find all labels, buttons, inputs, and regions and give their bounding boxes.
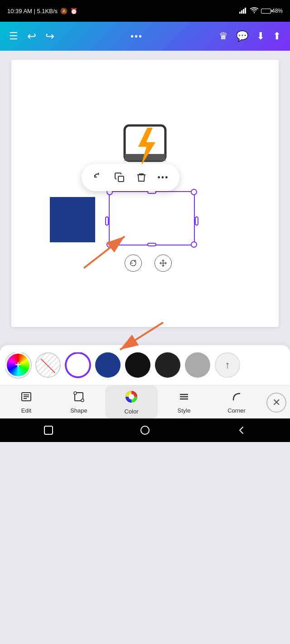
- handle-bl[interactable]: [106, 241, 113, 248]
- handle-right[interactable]: [195, 216, 198, 226]
- black-color-swatch-1[interactable]: [125, 352, 150, 378]
- svg-point-17: [81, 399, 84, 402]
- android-back-button[interactable]: [233, 422, 250, 438]
- tab-edit[interactable]: Edit: [0, 385, 53, 418]
- tab-edit-label: Edit: [21, 407, 31, 414]
- handle-tr[interactable]: [191, 189, 197, 195]
- white-color-swatch[interactable]: [65, 352, 91, 378]
- copy-button[interactable]: [110, 168, 130, 187]
- canvas-area: •••: [0, 51, 290, 327]
- shape-icon: [73, 391, 85, 405]
- add-color-button[interactable]: +: [5, 352, 31, 378]
- svg-rect-2: [243, 9, 244, 14]
- transform-icons: [125, 255, 172, 272]
- menu-icon[interactable]: ☰: [9, 30, 18, 42]
- rotate-copy-button[interactable]: [88, 168, 108, 187]
- android-square-button[interactable]: [40, 422, 57, 438]
- more-button[interactable]: •••: [153, 168, 173, 187]
- svg-point-25: [141, 426, 149, 434]
- status-right: 48%: [239, 7, 283, 15]
- share-icon[interactable]: ⬆: [273, 30, 281, 42]
- svg-rect-3: [245, 8, 246, 14]
- tab-color-label: Color: [124, 408, 138, 415]
- chat-icon[interactable]: 💬: [236, 30, 248, 42]
- tab-color[interactable]: Color: [105, 385, 158, 418]
- status-bar: 10:39 AM | 5.1KB/s 🔕 ⏰: [0, 0, 290, 22]
- svg-line-11: [120, 322, 163, 350]
- black-color-swatch-2[interactable]: [155, 352, 180, 378]
- svg-rect-1: [241, 10, 242, 14]
- handle-bottom[interactable]: [147, 243, 156, 246]
- plus-icon: +: [15, 359, 21, 371]
- status-left: 10:39 AM | 5.1KB/s 🔕 ⏰: [7, 8, 77, 14]
- battery-icon: 48%: [261, 8, 283, 14]
- header-left: ☰ ↩ ↪: [9, 30, 54, 43]
- delete-button[interactable]: [131, 168, 151, 187]
- close-circle[interactable]: ✕: [266, 393, 286, 413]
- tab-shape-label: Shape: [70, 407, 87, 414]
- floating-toolbar: •••: [82, 164, 179, 191]
- move-icon[interactable]: [155, 255, 172, 272]
- header-right: ♛ 💬 ⬇ ⬆: [219, 30, 281, 42]
- tab-shape[interactable]: Shape: [53, 385, 105, 418]
- tab-corner[interactable]: Corner: [210, 385, 263, 418]
- close-icon: ✕: [272, 397, 280, 409]
- rotate-icon[interactable]: [125, 255, 142, 272]
- mute-icon: 🔕: [60, 8, 68, 14]
- svg-rect-24: [44, 426, 53, 434]
- gray-color-swatch[interactable]: [185, 352, 210, 378]
- color-row: + ↑: [5, 352, 285, 380]
- arrow-annotation-bottom: [0, 318, 290, 354]
- more-options-icon[interactable]: •••: [130, 31, 143, 42]
- transparent-color-swatch[interactable]: [35, 352, 61, 378]
- bottom-nav: Edit Shape: [0, 385, 290, 418]
- tab-style[interactable]: Style: [158, 385, 210, 418]
- blue-square[interactable]: [50, 197, 95, 242]
- wifi-icon: [250, 7, 258, 15]
- tab-corner-label: Corner: [227, 407, 246, 414]
- handle-left[interactable]: [105, 216, 109, 226]
- scroll-right-button[interactable]: ↑: [215, 352, 240, 378]
- redo-icon[interactable]: ↪: [45, 30, 54, 43]
- selected-rectangle[interactable]: [109, 191, 195, 245]
- gap-area: [0, 327, 290, 345]
- edit-icon: [20, 391, 32, 405]
- download-icon[interactable]: ⬇: [256, 30, 265, 42]
- alarm-icon: ⏰: [70, 8, 77, 14]
- corner-icon: [231, 391, 242, 405]
- navy-color-swatch[interactable]: [95, 352, 121, 378]
- close-button[interactable]: ✕: [263, 385, 290, 418]
- svg-point-20: [129, 394, 134, 399]
- canvas-paper[interactable]: •••: [11, 60, 279, 327]
- style-icon: [178, 391, 190, 405]
- android-home-button[interactable]: [137, 422, 153, 438]
- tab-style-label: Style: [178, 407, 191, 414]
- status-time: 10:39 AM | 5.1KB/s: [7, 8, 58, 14]
- app-header: ☰ ↩ ↪ ••• ♛ 💬 ⬇ ⬆: [0, 22, 290, 51]
- svg-rect-0: [239, 12, 241, 14]
- svg-point-18: [74, 392, 77, 394]
- svg-rect-7: [118, 176, 124, 182]
- crown-icon[interactable]: ♛: [219, 30, 228, 42]
- handle-br[interactable]: [191, 241, 197, 248]
- undo-icon[interactable]: ↩: [27, 30, 36, 43]
- color-wheel-icon: [125, 390, 138, 406]
- android-nav-bar: [0, 418, 290, 442]
- signal-icon: [239, 7, 247, 15]
